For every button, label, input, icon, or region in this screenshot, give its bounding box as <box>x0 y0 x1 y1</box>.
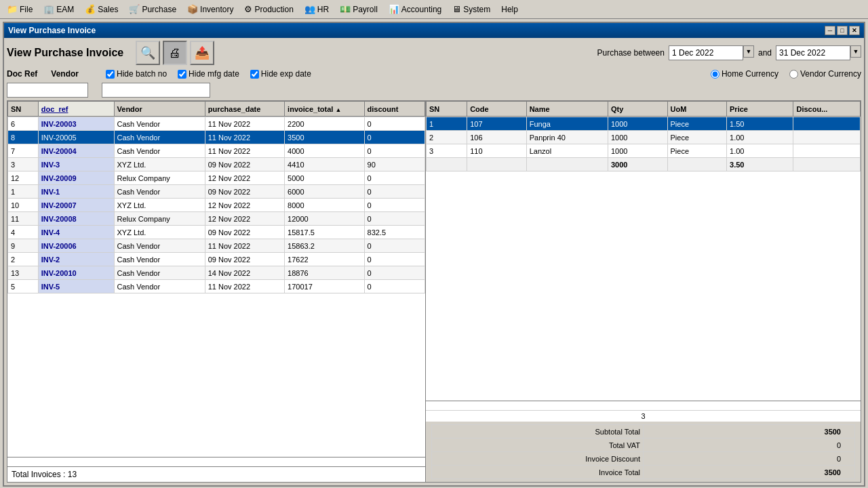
left-cell: 11 Nov 2022 <box>205 280 284 293</box>
right-cell: 3 <box>427 144 467 158</box>
hide-exp-checkbox-item[interactable]: Hide exp date <box>250 69 311 79</box>
left-cell: 11 Nov 2022 <box>205 239 284 253</box>
left-table-row[interactable]: 6INV-20003Cash Vendor11 Nov 202222000 <box>8 117 425 131</box>
left-table-row[interactable]: 2INV-2Cash Vendor09 Nov 2022176220 <box>8 253 425 266</box>
date-range: Purchase between 1 Dec 2022 ▼ and 31 Dec… <box>597 45 861 60</box>
minimize-button[interactable]: ─ <box>825 26 835 35</box>
end-date-input[interactable]: 31 Dec 2022 <box>776 45 850 60</box>
menu-file-label: File <box>20 5 33 14</box>
left-table-row[interactable]: 11INV-20008Relux Company12 Nov 202212000… <box>8 212 425 226</box>
vendor-currency-item[interactable]: Vendor Currency <box>789 69 861 79</box>
hide-batch-checkbox-item[interactable]: Hide batch no <box>106 69 167 79</box>
maximize-button[interactable]: □ <box>837 26 848 35</box>
menu-help[interactable]: Help <box>496 0 524 18</box>
menu-purchase[interactable]: 🛒 Purchase <box>123 0 182 18</box>
right-col-qty[interactable]: Qty <box>608 102 668 117</box>
right-cell-summary: 3.50 <box>727 158 793 171</box>
left-table-row[interactable]: 12INV-20009Relux Company12 Nov 202250000 <box>8 171 425 185</box>
left-table-row[interactable]: 13INV-20010Cash Vendor14 Nov 2022188760 <box>8 266 425 280</box>
start-date-dropdown[interactable]: ▼ <box>743 45 754 58</box>
left-cell: 14 Nov 2022 <box>205 266 284 280</box>
menu-eam[interactable]: 🏢 EAM <box>38 0 79 18</box>
right-col-uom[interactable]: UoM <box>667 102 727 117</box>
right-table-row[interactable]: 2106Panprin 401000Piece1.00 <box>427 131 861 144</box>
total-vat-row: Total VAT 0 <box>432 439 855 452</box>
left-table-row[interactable]: 4INV-4XYZ Ltd.09 Nov 202215817.5832.5 <box>8 226 425 239</box>
vendor-currency-radio[interactable] <box>789 70 798 79</box>
vendor-input[interactable] <box>102 83 210 98</box>
left-table-row[interactable]: 9INV-20006Cash Vendor11 Nov 202215863.20 <box>8 239 425 253</box>
right-table-scroll[interactable]: 1107Funga1000Piece1.502106Panprin 401000… <box>426 117 861 401</box>
right-table-row[interactable]: 3110Lanzol1000Piece1.00 <box>427 144 861 158</box>
invoice-discount-row: Invoice Discount 0 <box>432 452 855 466</box>
left-table-row[interactable]: 5INV-5Cash Vendor11 Nov 20221700170 <box>8 280 425 293</box>
menu-sales[interactable]: 💰 Sales <box>79 0 123 18</box>
hide-mfg-checkbox[interactable] <box>178 70 186 79</box>
end-date-value: 31 Dec 2022 <box>779 48 825 58</box>
left-cell: 11 Nov 2022 <box>205 131 284 144</box>
window-title: View Purchase Invoice <box>8 26 96 35</box>
left-cell: 170017 <box>285 280 364 293</box>
right-col-sn[interactable]: SN <box>427 102 467 117</box>
home-currency-item[interactable]: Home Currency <box>711 69 778 79</box>
menu-system[interactable]: 🖥 System <box>447 0 496 18</box>
col-vendor[interactable]: Vendor <box>114 102 205 117</box>
col-purchase-date[interactable]: purchase_date <box>205 102 284 117</box>
left-table-row[interactable]: 8INV-20005Cash Vendor11 Nov 202235000 <box>8 131 425 144</box>
col-sn[interactable]: SN <box>8 102 39 117</box>
left-cell: Cash Vendor <box>114 117 205 131</box>
start-date-input[interactable]: 1 Dec 2022 <box>669 45 743 60</box>
right-table-body: 1107Funga1000Piece1.502106Panprin 401000… <box>426 117 861 171</box>
close-button[interactable]: ✕ <box>849 26 860 35</box>
left-cell: INV-20010 <box>38 266 114 280</box>
menu-purchase-label: Purchase <box>142 5 176 14</box>
hide-batch-checkbox[interactable] <box>106 70 115 79</box>
right-col-discount[interactable]: Discou... <box>793 102 861 117</box>
left-cell: Cash Vendor <box>114 280 205 293</box>
search-button[interactable]: 🔍 <box>136 41 160 65</box>
col-discount[interactable]: discount <box>364 102 425 117</box>
hide-mfg-checkbox-item[interactable]: Hide mfg date <box>178 69 239 79</box>
vendor-group: Vendor <box>51 69 79 79</box>
left-table-row[interactable]: 3INV-3XYZ Ltd.09 Nov 2022441090 <box>8 158 425 171</box>
left-table-row[interactable]: 7INV-20004Cash Vendor11 Nov 202240000 <box>8 144 425 158</box>
right-cell: 1000 <box>608 144 668 158</box>
menu-payroll[interactable]: 💵 Payroll <box>334 0 383 18</box>
system-icon: 🖥 <box>452 4 461 14</box>
print-button[interactable]: 🖨 <box>163 41 187 65</box>
right-cell: 106 <box>467 131 527 144</box>
hr-icon: 👥 <box>304 4 315 14</box>
left-cell: 7 <box>8 144 39 158</box>
right-hscroll[interactable] <box>426 401 861 410</box>
right-col-price[interactable]: Price <box>727 102 793 117</box>
left-hscroll[interactable] <box>7 457 425 466</box>
hide-exp-checkbox[interactable] <box>250 70 259 79</box>
menu-production[interactable]: ⚙ Production <box>239 0 298 18</box>
left-table-row[interactable]: 10INV-20007XYZ Ltd.12 Nov 202280000 <box>8 199 425 212</box>
col-invoice-total[interactable]: invoice_total ▲ <box>285 102 364 117</box>
page-title: View Purchase Invoice <box>7 47 123 59</box>
right-col-name[interactable]: Name <box>526 102 608 117</box>
home-currency-radio[interactable] <box>711 70 719 79</box>
end-date-dropdown[interactable]: ▼ <box>850 45 861 58</box>
col-doc-ref[interactable]: doc_ref <box>38 102 114 117</box>
menu-hr[interactable]: 👥 HR <box>299 0 334 18</box>
filter-inputs-row <box>7 83 861 98</box>
export-button[interactable]: 📤 <box>190 41 214 65</box>
menu-inventory[interactable]: 📦 Inventory <box>182 0 239 18</box>
menu-accounting-label: Accounting <box>401 5 441 14</box>
row-count: 3 <box>426 410 861 422</box>
right-table-row[interactable]: 30003.50 <box>427 158 861 171</box>
right-table-row[interactable]: 1107Funga1000Piece1.50 <box>427 117 861 131</box>
left-cell: 3 <box>8 158 39 171</box>
menu-accounting[interactable]: 📊 Accounting <box>383 0 447 18</box>
menu-file[interactable]: 📁 File <box>1 0 38 18</box>
left-table-scroll[interactable]: 6INV-20003Cash Vendor11 Nov 2022220008IN… <box>7 117 425 457</box>
right-col-code[interactable]: Code <box>467 102 527 117</box>
doc-ref-input[interactable] <box>7 83 88 98</box>
left-cell: INV-2 <box>38 253 114 266</box>
left-cell: 0 <box>364 185 425 199</box>
left-table-row[interactable]: 1INV-1Cash Vendor09 Nov 202260000 <box>8 185 425 199</box>
toolbar: View Purchase Invoice 🔍 🖨 📤 Purchase bet… <box>7 41 861 65</box>
payroll-icon: 💵 <box>340 4 351 14</box>
